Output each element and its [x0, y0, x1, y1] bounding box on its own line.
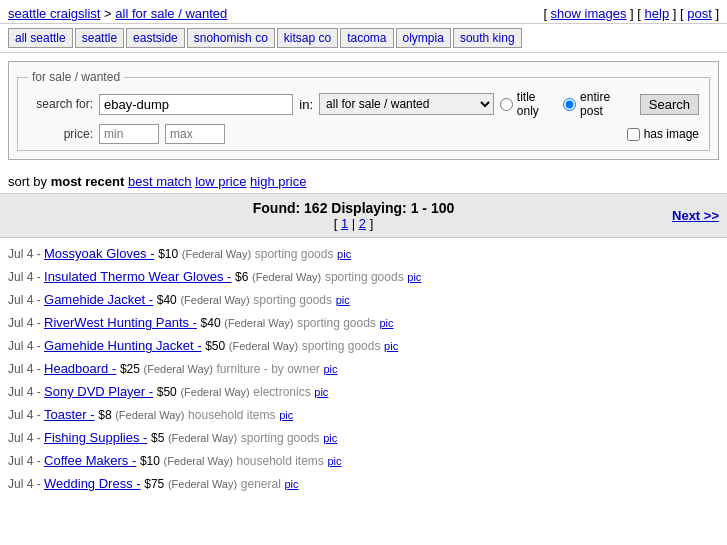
tab-olympia[interactable]: olympia: [396, 28, 451, 48]
category-select[interactable]: all for sale / wantedantiquesappliancesa…: [319, 93, 494, 115]
listing-title-link[interactable]: Wedding Dress -: [44, 476, 141, 491]
listing-pic-link[interactable]: pic: [323, 432, 337, 444]
listing-title-link[interactable]: Toaster -: [44, 407, 95, 422]
location-tabs: all seattleseattleeastsidesnohomish coki…: [0, 24, 727, 53]
listing-location: (Federal Way): [144, 363, 213, 375]
listing-price: $50: [157, 385, 177, 399]
listing-title-link[interactable]: RiverWest Hunting Pants -: [44, 315, 197, 330]
show-images-link[interactable]: show images: [551, 6, 627, 21]
post-link[interactable]: post: [687, 6, 712, 21]
listing-date: Jul 4 -: [8, 247, 44, 261]
sort-low-price-inline[interactable]: low price: [195, 174, 246, 189]
tab-kitsap[interactable]: kitsap co: [277, 28, 338, 48]
listing-category: general: [241, 477, 281, 491]
listing-date: Jul 4 -: [8, 454, 44, 468]
in-label: in:: [299, 97, 313, 112]
listing-category: sporting goods: [325, 270, 404, 284]
page-header: seattle craigslist > all for sale / want…: [0, 0, 727, 24]
entire-post-label: entire post: [580, 90, 634, 118]
search-row: search for: in: all for sale / wantedant…: [28, 90, 699, 118]
tab-tacoma[interactable]: tacoma: [340, 28, 393, 48]
results-pages: [ 1 | 2 ]: [68, 216, 639, 231]
has-image-checkbox[interactable]: [627, 128, 640, 141]
price-min-input[interactable]: [99, 124, 159, 144]
listing-price: $10: [140, 454, 160, 468]
listing-pic-link[interactable]: pic: [324, 363, 338, 375]
price-row: price: has image: [28, 124, 699, 144]
entire-post-radio[interactable]: [563, 98, 576, 111]
section-link[interactable]: all for sale / wanted: [115, 6, 227, 21]
tab-snohomish[interactable]: snohomish co: [187, 28, 275, 48]
tab-all-seattle[interactable]: all seattle: [8, 28, 73, 48]
search-scope-group: title only entire post: [500, 90, 634, 118]
listing-price: $10: [158, 247, 178, 261]
listing-location: (Federal Way): [168, 432, 237, 444]
price-max-input[interactable]: [165, 124, 225, 144]
listing-price: $75: [144, 477, 164, 491]
listings-container: Jul 4 - Mossyoak Gloves - $10 (Federal W…: [0, 238, 727, 499]
listing-category: furniture - by owner: [216, 362, 319, 376]
title-only-radio[interactable]: [500, 98, 513, 111]
listing-location: (Federal Way): [164, 455, 233, 467]
listing-category: sporting goods: [255, 247, 334, 261]
list-item: Jul 4 - Sony DVD Player - $50 (Federal W…: [8, 380, 719, 403]
listing-price: $6: [235, 270, 248, 284]
listing-category: household items: [188, 408, 275, 422]
help-link[interactable]: help: [645, 6, 670, 21]
list-item: Jul 4 - Mossyoak Gloves - $10 (Federal W…: [8, 242, 719, 265]
list-item: Jul 4 - Gamehide Hunting Jacket - $50 (F…: [8, 334, 719, 357]
listing-title-link[interactable]: Insulated Thermo Wear Gloves -: [44, 269, 231, 284]
price-label: price:: [28, 127, 93, 141]
listing-date: Jul 4 -: [8, 385, 44, 399]
listing-pic-link[interactable]: pic: [327, 455, 341, 467]
listing-pic-link[interactable]: pic: [279, 409, 293, 421]
listing-location: (Federal Way): [168, 478, 237, 490]
breadcrumb-sep: >: [104, 6, 115, 21]
listing-title-link[interactable]: Sony DVD Player -: [44, 384, 153, 399]
search-fieldset: for sale / wanted search for: in: all fo…: [17, 70, 710, 151]
listing-category: household items: [236, 454, 323, 468]
listing-pic-link[interactable]: pic: [407, 271, 421, 283]
listing-location: (Federal Way): [252, 271, 321, 283]
listing-pic-link[interactable]: pic: [337, 248, 351, 260]
tab-seattle[interactable]: seattle: [75, 28, 124, 48]
listing-location: (Federal Way): [180, 294, 249, 306]
next-page-link[interactable]: Next >>: [672, 208, 719, 223]
sort-best-match-inline[interactable]: best match: [128, 174, 192, 189]
sort-most-recent-label: most recent: [51, 174, 125, 189]
listing-pic-link[interactable]: pic: [380, 317, 394, 329]
listing-title-link[interactable]: Gamehide Hunting Jacket -: [44, 338, 202, 353]
listing-pic-link[interactable]: pic: [336, 294, 350, 306]
listing-title-link[interactable]: Fishing Supplies -: [44, 430, 147, 445]
listing-pic-link[interactable]: pic: [314, 386, 328, 398]
listing-title-link[interactable]: Coffee Makers -: [44, 453, 136, 468]
list-item: Jul 4 - Headboard - $25 (Federal Way) fu…: [8, 357, 719, 380]
results-header: Found: 162 Displaying: 1 - 100 [ 1 | 2 ]…: [0, 193, 727, 238]
listing-date: Jul 4 -: [8, 316, 44, 330]
list-item: Jul 4 - Gamehide Jacket - $40 (Federal W…: [8, 288, 719, 311]
listing-pic-link[interactable]: pic: [284, 478, 298, 490]
results-info: Found: 162 Displaying: 1 - 100 [ 1 | 2 ]: [68, 200, 639, 231]
listing-location: (Federal Way): [115, 409, 184, 421]
listing-location: (Federal Way): [229, 340, 298, 352]
listing-category: sporting goods: [302, 339, 381, 353]
list-item: Jul 4 - RiverWest Hunting Pants - $40 (F…: [8, 311, 719, 334]
search-input[interactable]: [99, 94, 293, 115]
listing-pic-link[interactable]: pic: [384, 340, 398, 352]
listing-price: $8: [98, 408, 111, 422]
listing-title-link[interactable]: Gamehide Jacket -: [44, 292, 153, 307]
listing-date: Jul 4 -: [8, 431, 44, 445]
tab-south-king[interactable]: south king: [453, 28, 522, 48]
header-actions: [ show images ] [ help ] [ post ]: [543, 6, 719, 21]
site-link[interactable]: seattle craigslist: [8, 6, 100, 21]
listing-date: Jul 4 -: [8, 408, 44, 422]
search-button[interactable]: Search: [640, 94, 699, 115]
listing-title-link[interactable]: Headboard -: [44, 361, 116, 376]
listing-title-link[interactable]: Mossyoak Gloves -: [44, 246, 155, 261]
search-box: for sale / wanted search for: in: all fo…: [8, 61, 719, 160]
page-2-link[interactable]: 2: [359, 216, 366, 231]
sort-high-price-inline[interactable]: high price: [250, 174, 306, 189]
search-legend: for sale / wanted: [28, 70, 124, 84]
tab-eastside[interactable]: eastside: [126, 28, 185, 48]
page-1-link[interactable]: 1: [341, 216, 348, 231]
